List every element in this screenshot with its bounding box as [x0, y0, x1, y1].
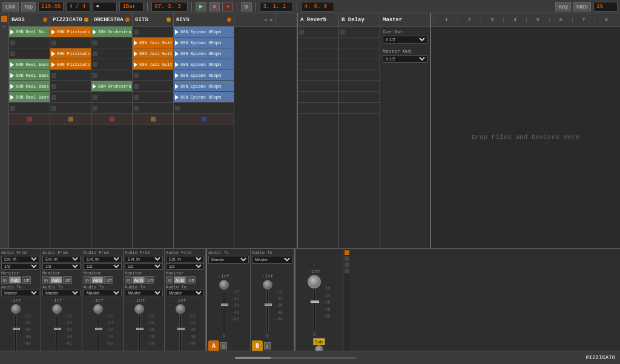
delay-slot-3[interactable]	[339, 48, 380, 59]
bass-track-stop[interactable]	[9, 114, 50, 125]
audio-from-sub-2[interactable]: 1/2	[42, 263, 81, 270]
reverb-slot-1[interactable]	[298, 27, 338, 37]
record-button[interactable]: ●	[222, 2, 233, 11]
clip-keys-3[interactable]: 80N Epiano 95bpm	[174, 48, 234, 59]
monitor-in-2[interactable]: In	[42, 276, 50, 284]
time-sig-display[interactable]: 4 / 4	[66, 2, 90, 11]
clip-gits-4[interactable]: 80N Jazz Guita..	[133, 59, 173, 70]
clip-gits-8[interactable]	[133, 103, 173, 114]
clip-pizzicato-2[interactable]	[50, 37, 91, 48]
channel-num-a[interactable]: A	[208, 340, 219, 351]
audio-from-select-4[interactable]: Ext. In	[125, 256, 163, 262]
monitor-in-4[interactable]: In	[125, 276, 132, 284]
arm-btn-3[interactable]	[125, 18, 130, 22]
master-out-select[interactable]: II 1/2	[383, 55, 427, 63]
clip-keys-8[interactable]	[174, 103, 234, 114]
solo-btn-a[interactable]: S	[220, 342, 227, 349]
fader-return-b[interactable]	[266, 291, 269, 333]
clip-bass-7[interactable]: 80N Real Bass S	[9, 92, 50, 103]
clip-gits-3[interactable]: 80N Jazz Guita..	[133, 48, 173, 59]
midi-button[interactable]: MIDI	[573, 2, 591, 11]
delay-slot-1[interactable]	[339, 27, 380, 37]
reverb-slot-3[interactable]	[298, 48, 338, 59]
link-button[interactable]: Link	[2, 2, 19, 11]
fader-return-a[interactable]	[223, 291, 225, 333]
solo-btn-b[interactable]: S	[264, 342, 271, 349]
audio-from-select-5[interactable]: Ext. In	[166, 256, 204, 262]
reverb-slot-2[interactable]	[298, 37, 338, 48]
clip-bass-2[interactable]	[9, 37, 50, 48]
monitor-off-1[interactable]: Off	[22, 276, 31, 284]
audio-from-sub-1[interactable]: 1/2	[1, 263, 39, 270]
clip-pizzicato-5[interactable]	[50, 70, 91, 81]
clip-bass-5[interactable]: 80N Real Bass S	[9, 70, 50, 81]
cue-out-select[interactable]: II 1/2	[383, 36, 427, 44]
tap-button[interactable]: Tap	[21, 2, 36, 11]
scroll-bar[interactable]	[235, 357, 356, 359]
monitor-off-5[interactable]: Off	[186, 276, 196, 284]
panel-btn-2[interactable]	[345, 256, 349, 261]
clip-gits-2[interactable]: 80N Jazz Guita..	[133, 37, 173, 48]
clip-pizzicato-3[interactable]: 80N Pizzicato S	[50, 48, 91, 59]
send-knob-4[interactable]	[134, 304, 144, 314]
bpm-display[interactable]: 110.00	[38, 2, 64, 11]
delay-slot-2[interactable]	[339, 37, 380, 48]
clip-pizzicato-4[interactable]: 80N Pizzicato S	[50, 59, 91, 70]
time-position-display[interactable]: 3. 1. 1	[260, 2, 293, 11]
return-header-master[interactable]: Master	[380, 13, 430, 26]
track-header-bass[interactable]: BASS	[9, 13, 50, 26]
loop-indicator[interactable]: ●	[93, 2, 117, 11]
position-display[interactable]: 67. 3. 3	[151, 2, 188, 11]
clip-pizzicato-6[interactable]	[50, 81, 91, 92]
gits-track-stop[interactable]	[133, 114, 173, 125]
arm-btn-1[interactable]	[43, 18, 47, 22]
monitor-auto-4[interactable]: Auto	[133, 276, 145, 284]
send-knob-3[interactable]	[93, 304, 103, 314]
audio-from-select-1[interactable]: Ext. In	[1, 256, 39, 262]
audio-to-select-2[interactable]: Master	[42, 290, 81, 296]
return-b-knob[interactable]	[263, 280, 272, 290]
track-header-orchestra[interactable]: ORCHESTRA	[91, 13, 133, 26]
panel-btn-4[interactable]	[345, 268, 349, 273]
arm-btn-2[interactable]	[84, 18, 88, 22]
send-knob-2[interactable]	[52, 304, 62, 314]
track-header-pizzicato[interactable]: PIZZICATO	[50, 13, 91, 26]
return-b-audio-to[interactable]: Master	[252, 256, 292, 264]
monitor-auto-1[interactable]: Auto	[9, 276, 21, 284]
audio-from-select-3[interactable]: Ext. In	[84, 256, 122, 262]
clip-keys-2[interactable]: 80N Epiano 95bpm	[174, 37, 234, 48]
keys-track-stop[interactable]	[174, 114, 234, 125]
clip-bass-6[interactable]: 80N Real Bass S	[9, 81, 50, 92]
reverb-slot-6[interactable]	[298, 81, 338, 92]
monitor-auto-5[interactable]: Auto	[174, 276, 186, 284]
clip-keys-4[interactable]: 80N Epiano 95bpm	[174, 59, 234, 70]
master-gain-knob[interactable]	[308, 275, 321, 288]
delay-slot-8[interactable]	[339, 103, 380, 114]
clip-orch-7[interactable]	[91, 92, 132, 103]
audio-from-select-2[interactable]: Ext. In	[42, 256, 81, 262]
audio-from-sub-3[interactable]: 1/2	[84, 263, 122, 270]
monitor-off-4[interactable]: Off	[145, 276, 154, 284]
clip-gits-7[interactable]	[133, 92, 173, 103]
monitor-off-3[interactable]: Off	[104, 276, 113, 284]
solo-btn-master[interactable]: Solo	[313, 338, 325, 345]
return-a-audio-to[interactable]: Master	[208, 256, 249, 264]
clip-orch-6[interactable]: 80N Orchestra..	[91, 81, 132, 92]
track-header-keys[interactable]: KEYS	[174, 13, 234, 26]
monitor-in-5[interactable]: In	[166, 276, 173, 284]
clip-orch-3[interactable]	[91, 48, 132, 59]
reverb-slot-7[interactable]	[298, 92, 338, 103]
clip-orch-5[interactable]	[91, 70, 132, 81]
audio-to-select-5[interactable]: Master	[166, 290, 204, 296]
clip-keys-1[interactable]: 80N Epiano 95bpm	[174, 27, 234, 37]
track-header-gits[interactable]: GITS	[133, 13, 174, 26]
delay-slot-7[interactable]	[339, 92, 380, 103]
audio-to-select-4[interactable]: Master	[125, 290, 163, 296]
session-view-toggle[interactable]	[1, 16, 7, 22]
send-knob-1[interactable]	[11, 304, 21, 314]
bar-display[interactable]: 1Bar	[119, 2, 143, 11]
stop-button[interactable]: ■	[209, 2, 220, 11]
master-fader[interactable]	[313, 290, 315, 332]
return-a-knob[interactable]	[219, 280, 229, 290]
clip-orch-1[interactable]: 80N Orchestra..	[91, 27, 132, 37]
